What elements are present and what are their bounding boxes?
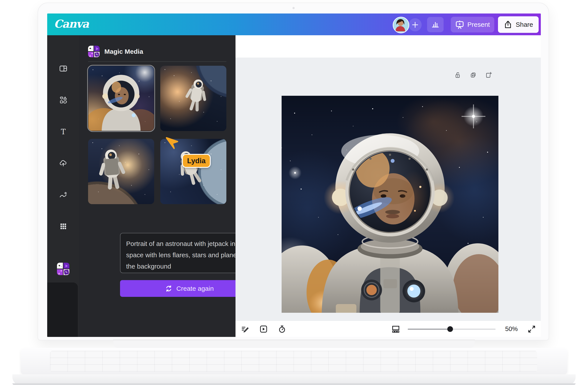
create-again-label: Create again: [176, 285, 214, 292]
unlock-icon[interactable]: [454, 71, 462, 79]
present-button[interactable]: Present: [451, 17, 494, 32]
canva-app-window: Canva: [47, 14, 541, 337]
astronaut-portrait-thumb: [88, 66, 154, 131]
regenerate-icon: [165, 284, 173, 293]
insights-button[interactable]: [427, 17, 444, 32]
sidebar-item-elements[interactable]: [47, 90, 79, 110]
add-page-icon[interactable]: [485, 71, 492, 79]
webcam-dot: [293, 7, 295, 9]
avatar-illustration: [393, 17, 407, 31]
laptop-keyboard: [50, 351, 537, 372]
grid-view-icon[interactable]: [391, 324, 400, 334]
sidebar-item-apps[interactable]: [47, 217, 79, 236]
astronaut-drifting-thumb: [170, 145, 211, 192]
context-toolbar: [235, 35, 541, 58]
sidebar-item-draw[interactable]: [47, 185, 79, 204]
sidebar-item-design[interactable]: [47, 59, 79, 78]
avatar[interactable]: [393, 17, 409, 33]
collaborator-cursor-icon: [165, 137, 179, 149]
canva-logo[interactable]: Canva: [54, 17, 89, 30]
notes-icon[interactable]: [241, 325, 250, 333]
sidebar-item-uploads[interactable]: [47, 154, 79, 173]
sidebar-item-magic-media[interactable]: ✦˖ ✎: [57, 263, 69, 275]
apps-grid-icon: [59, 222, 68, 231]
laptop-hinge: [113, 340, 475, 348]
editor-canvas-area: Add page: [235, 35, 541, 337]
upload-cloud-icon: [59, 159, 68, 168]
draw-icon: [59, 190, 68, 199]
text-icon: T: [59, 127, 68, 136]
generated-image-3[interactable]: [88, 139, 154, 204]
magic-media-header-icon: ✦˖ ✎: [88, 46, 100, 57]
present-icon: [455, 20, 464, 29]
svg-text:T: T: [61, 128, 66, 136]
fullscreen-icon[interactable]: [527, 325, 536, 333]
share-upload-icon: [504, 20, 513, 29]
sidebar-rail: T: [47, 35, 79, 337]
collaborator-cursor-label: Lydia: [182, 154, 211, 168]
duplicate-page-icon[interactable]: [469, 71, 477, 79]
canva-editor-laptop-mockup: Canva: [0, 0, 588, 385]
zoom-slider-knob[interactable]: [447, 326, 453, 332]
zoom-slider-fill: [408, 329, 450, 330]
elements-icon: [59, 96, 68, 104]
page-actions: [454, 71, 492, 79]
bar-chart-icon: [431, 20, 440, 29]
astronaut-floating-thumb: [180, 76, 212, 116]
prompt-text: Portrait of an astronaut with jetpack in…: [126, 240, 249, 270]
zoom-level: 50%: [503, 325, 520, 333]
add-collaborator-button[interactable]: [409, 18, 422, 31]
astronaut-portrait-artwork: [282, 96, 498, 313]
timer-icon[interactable]: [278, 325, 286, 333]
share-button[interactable]: Share: [498, 16, 539, 33]
panel-header: ✦˖ ✎ Magic Media: [88, 46, 143, 57]
plus-icon: [411, 21, 419, 28]
generated-image-1-selected[interactable]: [87, 65, 155, 132]
present-label: Present: [467, 21, 490, 28]
design-icon: [59, 64, 68, 73]
share-label: Share: [516, 21, 533, 28]
laptop-base: [12, 374, 576, 385]
astronaut-jetpack-thumb: [94, 146, 130, 194]
canvas-page[interactable]: [282, 96, 498, 313]
zoom-slider[interactable]: [408, 326, 496, 332]
sidebar-item-text[interactable]: T: [47, 122, 79, 141]
collaborator-name: Lydia: [187, 157, 206, 165]
magic-media-app-icon: ✦˖ ✎: [57, 263, 69, 275]
bottom-bar: 50%: [235, 320, 541, 337]
top-bar: Canva: [47, 14, 541, 35]
panel-divider: [88, 61, 226, 62]
magic-media-panel: ✦˖ ✎ Magic Media: [79, 35, 235, 337]
video-play-icon[interactable]: [259, 325, 268, 333]
rail-bottom-section: [47, 282, 78, 337]
panel-title: Magic Media: [104, 48, 143, 55]
generated-image-2[interactable]: [160, 66, 226, 131]
